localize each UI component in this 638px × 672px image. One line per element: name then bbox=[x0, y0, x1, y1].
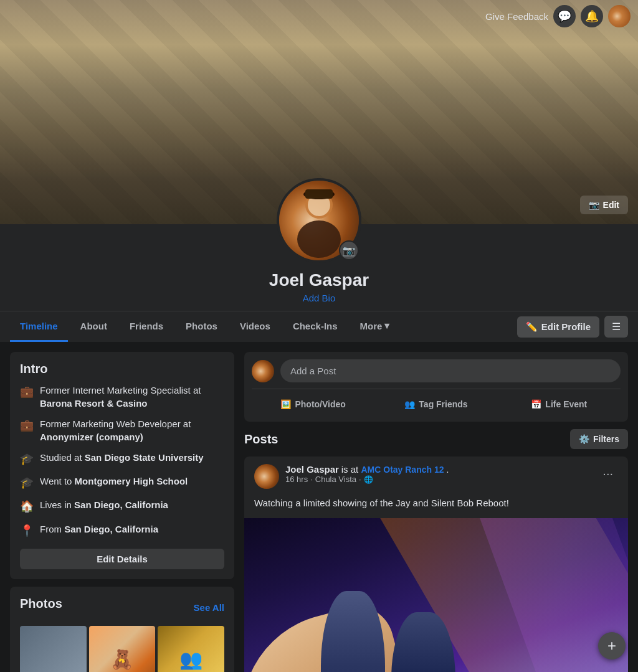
briefcase-icon-2: 💼 bbox=[20, 418, 34, 433]
post-author-info: Joel Gaspar is at AMC Otay Ranch 12 . 16… bbox=[285, 464, 591, 484]
add-post-top: Add a Post bbox=[252, 359, 621, 382]
menu-icon: ☰ bbox=[612, 321, 621, 332]
edit-profile-button[interactable]: ✏️ Edit Profile bbox=[517, 316, 599, 338]
post-author-avatar bbox=[254, 464, 279, 489]
highschool-name: Montgomery High School bbox=[75, 476, 188, 486]
graduation-icon-2: 🎓 bbox=[20, 475, 34, 491]
edit-profile-label: Edit Profile bbox=[541, 321, 591, 332]
filters-button[interactable]: ⚙️ Filters bbox=[570, 429, 628, 449]
photo-thumb-2[interactable]: 🧸 bbox=[89, 626, 156, 672]
left-column: Intro 💼 Former Internet Marketing Specia… bbox=[10, 352, 234, 672]
life-event-icon: 📅 bbox=[531, 399, 541, 409]
location-icon: 📍 bbox=[20, 523, 34, 539]
posts-header: Posts ⚙️ Filters bbox=[244, 429, 628, 449]
post-actions: 🖼️ Photo/Video 👥 Tag Friends 📅 Life Even… bbox=[252, 389, 621, 414]
intro-item-job1: 💼 Former Internet Marketing Specialist a… bbox=[20, 384, 224, 410]
more-dots-icon: ··· bbox=[602, 466, 613, 480]
life-event-label: Life Event bbox=[545, 399, 587, 409]
post-time: 16 hrs bbox=[285, 475, 308, 484]
period: . bbox=[446, 465, 449, 475]
main-content: Intro 💼 Former Internet Marketing Specia… bbox=[0, 342, 638, 672]
current-city: San Diego, California bbox=[74, 499, 168, 510]
photo-video-label: Photo/Video bbox=[295, 399, 345, 409]
tab-check-ins[interactable]: Check-Ins bbox=[283, 312, 348, 342]
camera-icon: 📷 bbox=[589, 200, 599, 210]
figures bbox=[321, 570, 455, 673]
camera-small-icon: 📷 bbox=[343, 245, 355, 257]
profile-nav: Timeline About Friends Photos Videos Che… bbox=[0, 311, 638, 342]
tab-photos[interactable]: Photos bbox=[176, 312, 227, 342]
filters-label: Filters bbox=[593, 434, 619, 444]
job1-company: Barona Resort & Casino bbox=[40, 398, 148, 409]
post-card-1: Joel Gaspar is at AMC Otay Ranch 12 . 16… bbox=[244, 457, 628, 672]
tag-friends-label: Tag Friends bbox=[419, 399, 467, 409]
graduation-icon-1: 🎓 bbox=[20, 452, 34, 467]
photos-see-all-button[interactable]: See All bbox=[194, 602, 224, 613]
tab-more[interactable]: More ▾ bbox=[350, 311, 400, 342]
photo-thumb-1[interactable] bbox=[20, 626, 87, 672]
intro-item-university: 🎓 Studied at San Diego State University bbox=[20, 451, 224, 467]
post-avatar-small bbox=[252, 360, 274, 382]
messenger-icon: 💬 bbox=[558, 9, 571, 23]
intro-card: Intro 💼 Former Internet Marketing Specia… bbox=[10, 352, 234, 579]
post-text: Watching a limited showing of the Jay an… bbox=[244, 496, 628, 518]
tab-friends[interactable]: Friends bbox=[120, 312, 173, 342]
home-icon: 🏠 bbox=[20, 499, 34, 514]
photos-header: Photos See All bbox=[20, 597, 224, 618]
tab-timeline[interactable]: Timeline bbox=[10, 312, 68, 342]
profile-section: 📷 Joel Gaspar Add Bio Timeline About Fri… bbox=[0, 224, 638, 342]
intro-item-lives: 🏠 Lives in San Diego, California bbox=[20, 498, 224, 514]
intro-item-job2: 💼 Former Marketing Web Developer at Anon… bbox=[20, 417, 224, 443]
edit-details-button[interactable]: Edit Details bbox=[20, 549, 224, 569]
post-image bbox=[244, 518, 628, 673]
dot-separator-2: · bbox=[359, 475, 361, 484]
chevron-down-icon: ▾ bbox=[384, 320, 389, 331]
post-meta: 16 hrs · Chula Vista · 🌐 bbox=[285, 475, 591, 484]
cover-edit-button[interactable]: 📷 Edit bbox=[580, 196, 628, 214]
dot-separator: · bbox=[310, 475, 313, 484]
post-location-tag[interactable]: AMC Otay Ranch 12 bbox=[361, 465, 444, 475]
post-more-button[interactable]: ··· bbox=[598, 464, 618, 483]
profile-avatar-topbar[interactable] bbox=[608, 5, 631, 27]
add-bio-button[interactable]: Add Bio bbox=[303, 293, 336, 303]
briefcase-icon-1: 💼 bbox=[20, 384, 34, 400]
hometown: San Diego, California bbox=[64, 524, 158, 534]
profile-avatar-wrap: 📷 bbox=[277, 178, 361, 263]
life-event-button[interactable]: 📅 Life Event bbox=[498, 394, 621, 414]
right-column: Add a Post 🖼️ Photo/Video 👥 Tag Friends … bbox=[244, 352, 628, 672]
tab-about[interactable]: About bbox=[70, 312, 117, 342]
edit-profile-icon: ✏️ bbox=[526, 321, 538, 333]
add-post-button[interactable]: Add a Post bbox=[280, 359, 621, 382]
photo-video-button[interactable]: 🖼️ Photo/Video bbox=[252, 394, 374, 414]
movie-poster bbox=[244, 518, 628, 673]
intro-title: Intro bbox=[20, 362, 224, 376]
svg-point-1 bbox=[297, 220, 341, 258]
bell-icon: 🔔 bbox=[585, 9, 599, 23]
filters-icon: ⚙️ bbox=[579, 434, 589, 444]
profile-name: Joel Gaspar bbox=[269, 270, 369, 290]
intro-item-from: 📍 From San Diego, California bbox=[20, 523, 224, 539]
give-feedback-button[interactable]: Give Feedback bbox=[485, 11, 548, 22]
photo-thumb-3[interactable]: 👥 bbox=[158, 626, 224, 672]
globe-icon: 🌐 bbox=[364, 475, 373, 484]
job2-company: Anonymizer (company) bbox=[40, 432, 143, 442]
messenger-icon-button[interactable]: 💬 bbox=[553, 5, 576, 27]
university-name: San Diego State University bbox=[85, 452, 204, 463]
figure-2 bbox=[391, 612, 455, 672]
topbar: Give Feedback 💬 🔔 bbox=[478, 0, 638, 32]
posts-title: Posts bbox=[244, 432, 278, 447]
is-at-text: is at bbox=[341, 464, 361, 475]
menu-button[interactable]: ☰ bbox=[604, 316, 628, 338]
post-author-name[interactable]: Joel Gaspar bbox=[285, 464, 339, 475]
nav-actions: ✏️ Edit Profile ☰ bbox=[517, 316, 628, 338]
notifications-icon-button[interactable]: 🔔 bbox=[581, 5, 603, 27]
post-location: Chula Vista bbox=[315, 475, 356, 484]
tag-friends-button[interactable]: 👥 Tag Friends bbox=[374, 394, 497, 414]
tab-videos[interactable]: Videos bbox=[230, 312, 280, 342]
add-post-card: Add a Post 🖼️ Photo/Video 👥 Tag Friends … bbox=[244, 352, 628, 422]
intro-item-highschool: 🎓 Went to Montgomery High School bbox=[20, 475, 224, 491]
more-label: More bbox=[360, 321, 383, 331]
profile-avatar-camera-button[interactable]: 📷 bbox=[339, 240, 359, 260]
photo-video-icon: 🖼️ bbox=[280, 399, 291, 409]
fab-button[interactable]: + bbox=[598, 632, 626, 660]
